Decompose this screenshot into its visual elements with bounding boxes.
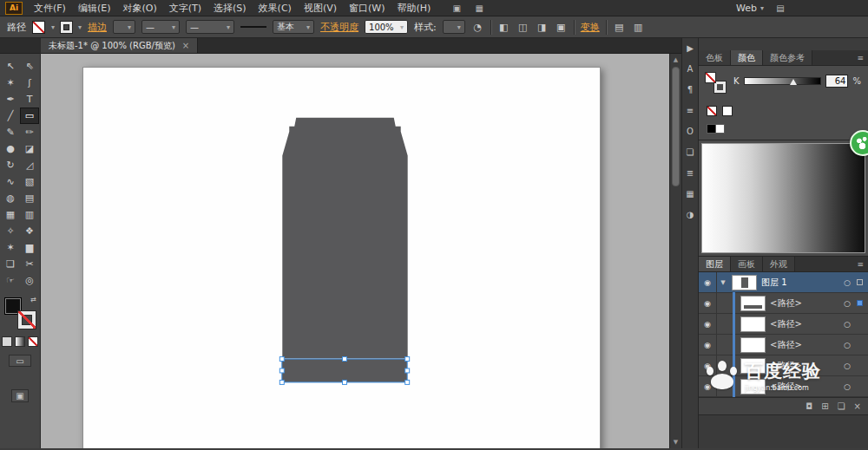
menu-item[interactable]: 窗口(W) [343, 0, 391, 16]
hand-tool[interactable]: ☞ [1, 272, 20, 289]
direct-selection-tool[interactable]: ⇖ [20, 58, 39, 75]
magic-wand-tool[interactable]: ✶ [1, 75, 20, 91]
anchor-handle[interactable] [279, 380, 284, 384]
visibility-eye-icon[interactable]: ◉ [699, 293, 717, 313]
character-panel-icon[interactable]: A [683, 62, 697, 75]
visibility-eye-icon[interactable]: ◉ [699, 272, 717, 292]
layer-thumbnail[interactable] [732, 275, 757, 290]
rotate-tool[interactable]: ↻ [1, 157, 20, 173]
gradient-tool[interactable]: ▥ [20, 206, 39, 223]
rectangle-tool[interactable]: ▭ [20, 108, 39, 124]
canvas[interactable]: ▲ ▼ [41, 54, 681, 448]
anchor-handle[interactable] [342, 357, 346, 362]
menu-item[interactable]: 选择(S) [207, 0, 253, 16]
free-transform-tool[interactable]: ▧ [20, 173, 39, 190]
layer-name[interactable]: <路径> [770, 297, 840, 310]
layer-row[interactable]: ◉ ▼ <路径> ○ [699, 314, 868, 335]
document-setup-icon[interactable]: ▥ [632, 22, 645, 33]
target-circle-icon[interactable]: ○ [840, 320, 854, 329]
bridge-icon[interactable]: ▣ [450, 3, 463, 13]
brush-definition-dropdown[interactable]: 基本▾ [273, 20, 314, 34]
layer-name[interactable]: <路径> [770, 360, 840, 372]
artboard-tool[interactable]: ❏ [1, 256, 20, 272]
color-button[interactable] [2, 336, 12, 347]
menu-item[interactable]: 效果(C) [253, 0, 298, 16]
panel-tab[interactable]: 颜色参考 [763, 50, 812, 65]
make-clipping-mask-icon[interactable]: ◘ [806, 401, 812, 411]
target-circle-icon[interactable]: ○ [840, 362, 854, 370]
layer-row[interactable]: ◉ ▼ <路径> ○ [699, 335, 868, 355]
width-tool[interactable]: ∿ [1, 173, 20, 190]
opacity-link[interactable]: 不透明度 [320, 21, 358, 34]
menu-item[interactable]: 文件(F) [28, 0, 72, 16]
workspace-switcher[interactable]: Web ▾ [736, 3, 764, 14]
eyedropper-tool[interactable]: ✧ [1, 223, 20, 239]
zoom-tool[interactable]: ◎ [20, 272, 39, 289]
variable-width-dropdown[interactable]: —▾ [141, 20, 180, 34]
selected-rectangle[interactable] [282, 359, 407, 382]
layer-name[interactable]: <路径> [770, 318, 840, 330]
panel-tab[interactable]: 外观 [763, 257, 795, 271]
layer-row[interactable]: ◉ ▼ <路径> ○ [699, 293, 868, 314]
stroke-link[interactable]: 描边 [88, 21, 107, 34]
cpu-usage-icon[interactable]: ▤ [774, 3, 786, 13]
white-swatch[interactable] [722, 106, 733, 116]
selection-tool[interactable]: ↖ [1, 58, 20, 75]
style-dropdown[interactable]: ▾ [443, 20, 465, 34]
anchor-handle[interactable] [342, 380, 346, 384]
layer-thumbnail[interactable] [740, 337, 766, 353]
panel-menu-icon[interactable]: ≡ [857, 50, 868, 65]
anchor-handle[interactable] [279, 368, 284, 373]
menu-item[interactable]: 对象(O) [116, 0, 162, 16]
transform-link[interactable]: 变换 [581, 21, 600, 34]
panel-tab[interactable]: 图层 [699, 257, 731, 271]
recolor-artwork-icon[interactable]: ◔ [471, 22, 484, 33]
scale-tool[interactable]: ◿ [20, 157, 39, 173]
width-profile-dropdown[interactable]: —▾ [186, 20, 234, 34]
opentype-panel-icon[interactable]: O [683, 125, 697, 137]
eraser-tool[interactable]: ◪ [20, 140, 39, 157]
pen-tool[interactable]: ✒ [1, 91, 20, 108]
k-value-input[interactable]: 64 [825, 75, 848, 88]
scroll-up-icon[interactable]: ▲ [670, 56, 681, 63]
chevron-down-icon[interactable]: ▾ [78, 23, 82, 31]
visibility-eye-icon[interactable]: ◉ [699, 355, 717, 375]
vertical-scrollbar[interactable]: ▲ ▼ [669, 54, 681, 448]
visibility-eye-icon[interactable]: ◉ [699, 314, 717, 334]
lasso-tool[interactable]: ʃ [20, 75, 39, 91]
layer-thumbnail[interactable] [740, 358, 766, 374]
screen-mode-button[interactable]: ▭ [9, 355, 31, 367]
opacity-input[interactable]: 100%▾ [365, 20, 408, 34]
document-tab[interactable]: 未标题-1* @ 100% (RGB/预览) × [41, 38, 198, 53]
expand-triangle-icon[interactable]: ▼ [717, 279, 729, 286]
symbol-sprayer-tool[interactable]: ✶ [1, 239, 20, 256]
k-slider[interactable] [744, 77, 822, 85]
target-circle-icon[interactable]: ○ [840, 299, 854, 308]
appearance-panel-icon[interactable]: ❏ [683, 146, 697, 158]
visibility-eye-icon[interactable]: ◉ [699, 335, 717, 355]
stroke-weight-dropdown[interactable]: ▾ [113, 20, 135, 34]
blob-brush-tool[interactable]: ● [1, 140, 20, 157]
blend-tool[interactable]: ❖ [20, 223, 39, 239]
anchor-handle[interactable] [405, 357, 410, 362]
fill-stroke-indicator[interactable] [705, 72, 726, 93]
layer-thumbnail[interactable] [740, 316, 766, 332]
column-graph-tool[interactable]: ▆ [20, 239, 39, 256]
close-icon[interactable]: × [182, 41, 189, 50]
paragraph-panel-icon[interactable]: ¶ [683, 83, 697, 95]
align-left-icon[interactable]: ◧ [497, 22, 510, 33]
swap-fill-stroke-icon[interactable]: ⇄ [30, 296, 36, 303]
menu-item[interactable]: 文字(T) [163, 0, 207, 16]
layer-thumbnail[interactable] [740, 379, 766, 395]
glyphs-panel-icon[interactable]: ≡ [683, 104, 697, 116]
anchor-handle[interactable] [279, 357, 284, 362]
pencil-tool[interactable]: ✏ [20, 124, 39, 140]
gradient-button[interactable] [15, 336, 25, 347]
graphic-styles-panel-icon[interactable]: ≣ [683, 166, 697, 179]
navigator-panel-icon[interactable]: ▦ [683, 187, 697, 199]
distribute-icon[interactable]: ▣ [555, 22, 568, 33]
arrange-documents-icon[interactable]: ▦ [473, 3, 485, 13]
new-sublayer-icon[interactable]: ⊞ [821, 401, 828, 411]
none-swatch[interactable] [707, 106, 717, 116]
anchor-handle[interactable] [405, 380, 410, 384]
